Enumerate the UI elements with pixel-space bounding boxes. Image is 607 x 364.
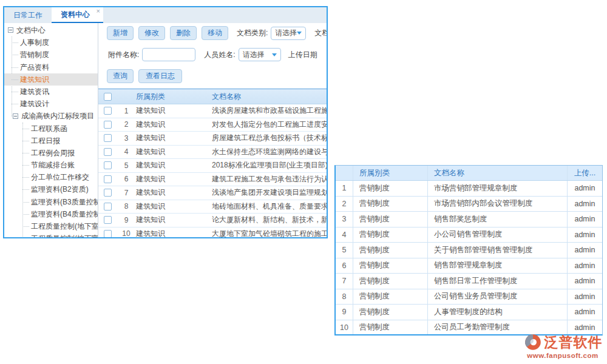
tree-item[interactable]: 人事制度: [4, 36, 98, 49]
tree-item[interactable]: 建筑设计: [4, 98, 98, 110]
row-index: 3: [117, 134, 136, 143]
tree-item-partial[interactable]: 工程质量控制(地下室): [4, 232, 98, 237]
row-checkbox[interactable]: [104, 216, 112, 224]
table-row[interactable]: 4 建筑知识 水土保持生态环境监测网络的建设与资...: [98, 146, 327, 160]
tab-daily-work[interactable]: 日常工作: [4, 7, 52, 23]
row-checkbox[interactable]: [104, 203, 112, 211]
row-category: 建筑知识: [136, 147, 212, 157]
row-docname: 对发包人指定分包的工程施工进度安排...: [212, 120, 327, 130]
row-uploader: admin: [567, 305, 602, 320]
table-row[interactable]: 7 营销制度 销售部日常工作管理制度 admin: [336, 274, 602, 289]
row-index: 1: [336, 181, 353, 196]
row-uploader: admin: [567, 228, 602, 243]
uploader-column-header: 上传...: [567, 166, 602, 180]
table-row[interactable]: 3 营销制度 销售部奖惩制度 admin: [336, 212, 602, 228]
table-row[interactable]: 9 营销制度 人事管理制度的结构 admin: [336, 305, 602, 320]
upload-date-label-partial: 上传日期: [288, 50, 317, 60]
table-row[interactable]: 7 建筑知识 浅谈地产集团开发建设项目监理规划编...: [98, 186, 327, 200]
tree-item[interactable]: 工程质量控制(地下室): [4, 220, 98, 232]
row-category: 营销制度: [353, 181, 427, 196]
tree-item[interactable]: 产品资料: [4, 61, 98, 73]
row-docname: 浅谈地产集团开发建设项目监理规划编...: [212, 187, 327, 198]
query-button[interactable]: 查询: [107, 69, 134, 83]
table-row[interactable]: 8 建筑知识 地砖地面材料、机具准备、质量要求及...: [98, 200, 327, 214]
tree-item-selected[interactable]: 建筑知识: [4, 73, 98, 86]
row-checkbox[interactable]: [104, 134, 112, 142]
attachment-name-input[interactable]: [142, 48, 195, 61]
tree-item[interactable]: 建筑资讯: [4, 86, 98, 98]
row-index: 10: [117, 229, 136, 237]
tree-item-project[interactable]: 成渝高铁内江标段项目: [4, 110, 98, 122]
row-index: 3: [336, 212, 353, 227]
delete-button[interactable]: 删除: [170, 26, 197, 40]
row-docname: 建筑工程施工发包与承包违法行为认定...: [212, 174, 327, 184]
row-docname: 公司销售业务员管理制度: [427, 289, 567, 305]
tree-item[interactable]: 监理资料(B3质量控制): [4, 196, 98, 208]
table-row[interactable]: 3 建筑知识 房屋建筑工程总承包投标书（技术标）...: [98, 132, 327, 146]
tree-item[interactable]: 工程例会周报: [4, 147, 98, 159]
row-uploader: admin: [567, 289, 602, 305]
row-uploader: admin: [567, 197, 602, 212]
row-checkbox[interactable]: [104, 148, 112, 156]
row-index: 5: [117, 161, 136, 170]
fanpu-logo-icon: [523, 332, 543, 352]
move-button[interactable]: 移动: [202, 26, 228, 40]
row-category: 营销制度: [353, 289, 427, 305]
tree-item[interactable]: 分工单位工作移交: [4, 171, 98, 183]
row-category: 建筑知识: [136, 201, 212, 212]
view-log-button[interactable]: 查看日志: [138, 69, 182, 83]
document-tree: 文档中心 人事制度 营销制度 产品资料 建筑知识 建筑资讯 建筑设计 成渝高铁内…: [4, 23, 98, 237]
row-checkbox[interactable]: [104, 230, 112, 237]
collapse-icon[interactable]: [8, 27, 13, 33]
table-row[interactable]: 4 营销制度 小公司销售管理制度 admin: [336, 228, 602, 243]
table-row[interactable]: 10 建筑知识 大厦地下室加气砼墙砌筑工程的施工方...: [98, 228, 327, 238]
row-category: 营销制度: [353, 320, 427, 335]
row-docname: 浅谈房屋建筑和市政基础设施工程施工...: [212, 106, 327, 116]
row-checkbox[interactable]: [104, 189, 112, 197]
tree-item[interactable]: 工程联系函: [4, 123, 98, 135]
table-row[interactable]: 6 营销制度 销售部管理规章制度 admin: [336, 258, 602, 274]
document-center-window: 日常工作 资料中心 × 文档中心 人事制度 营销制度 产品资料 建筑知识 建筑资…: [3, 6, 328, 238]
row-uploader: admin: [567, 258, 602, 274]
row-index: 9: [117, 216, 136, 224]
category-column-header: 所属别类: [136, 92, 212, 102]
table-row[interactable]: 6 建筑知识 建筑工程施工发包与承包违法行为认定...: [98, 173, 327, 187]
tree-item[interactable]: 节能减排台账: [4, 159, 98, 171]
row-uploader: admin: [567, 212, 602, 227]
new-button[interactable]: 新增: [107, 26, 134, 40]
tree-item[interactable]: 工程日报: [4, 135, 98, 147]
row-category: 建筑知识: [136, 133, 212, 143]
row-category: 营销制度: [353, 274, 427, 289]
tree-item[interactable]: 营销制度: [4, 49, 98, 61]
table-row[interactable]: 2 营销制度 市场营销部内部会议管理制度 admin: [336, 197, 602, 212]
tree-item[interactable]: 监理资料(B2资质): [4, 183, 98, 195]
row-docname: 大厦地下室加气砼墙砌筑工程的施工方...: [212, 229, 327, 237]
table-row[interactable]: 5 建筑知识 2018标准化监理项目部(业主项目部)人员...: [98, 159, 327, 173]
select-all-checkbox[interactable]: [104, 93, 112, 101]
row-uploader: admin: [567, 243, 602, 258]
row-uploader: admin: [567, 274, 602, 289]
row-checkbox[interactable]: [104, 121, 112, 129]
row-docname: 销售部日常工作管理制度: [427, 274, 567, 289]
marketing-documents-table: 所属别类 文档名称 上传... 1 营销制度 市场营销部管理规章制度 admin…: [334, 165, 603, 335]
row-category: 营销制度: [353, 228, 427, 243]
table-row[interactable]: 1 建筑知识 浅谈房屋建筑和市政基础设施工程施工...: [98, 104, 327, 118]
row-checkbox[interactable]: [104, 161, 112, 169]
table-row[interactable]: 5 营销制度 关于销售部管理销售管理制度 admin: [336, 243, 602, 258]
person-name-select[interactable]: 请选择: [239, 48, 281, 61]
tab-data-center[interactable]: 资料中心 ×: [52, 7, 103, 23]
tab-label: 日常工作: [13, 10, 42, 21]
close-icon[interactable]: ×: [97, 8, 100, 15]
tree-item[interactable]: 监理资料(B4质量控制): [4, 208, 98, 220]
table-row[interactable]: 8 营销制度 公司销售业务员管理制度 admin: [336, 289, 602, 305]
docname-column-header: 文档名称: [427, 166, 567, 180]
row-checkbox[interactable]: [104, 107, 112, 115]
doc-category-select[interactable]: 请选择: [271, 27, 306, 40]
tree-item-document-center[interactable]: 文档中心: [4, 24, 98, 36]
table-row[interactable]: 1 营销制度 市场营销部管理规章制度 admin: [336, 181, 602, 197]
table-row[interactable]: 2 建筑知识 对发包人指定分包的工程施工进度安排...: [98, 118, 327, 132]
table-row[interactable]: 9 建筑知识 论大厦新材料、新结构、新技术，新工...: [98, 214, 327, 228]
row-checkbox[interactable]: [104, 175, 112, 183]
modify-button[interactable]: 修改: [138, 26, 165, 40]
collapse-icon[interactable]: [13, 113, 18, 119]
